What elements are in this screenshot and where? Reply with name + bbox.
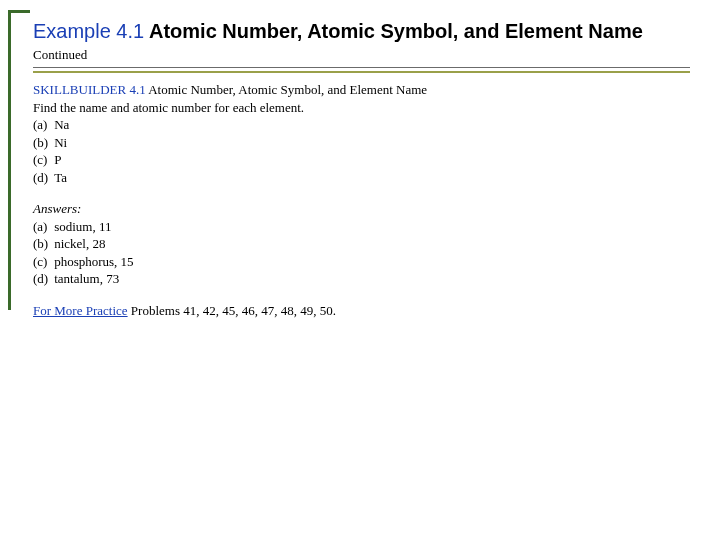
answers-section: Answers: (a) sodium, 11 (b) nickel, 28 (…: [33, 200, 690, 288]
example-label: Example 4.1: [33, 20, 144, 42]
item-letter: (a): [33, 116, 54, 134]
divider: [33, 67, 690, 73]
answers-list: (a) sodium, 11 (b) nickel, 28 (c) phosph…: [33, 218, 134, 288]
list-item: (c) P: [33, 151, 69, 169]
item-text: Na: [54, 116, 69, 134]
item-letter: (d): [33, 169, 54, 187]
item-text: tantalum, 73: [54, 270, 133, 288]
content-area: Example 4.1 Atomic Number, Atomic Symbol…: [33, 20, 690, 320]
skillbuilder-label: SKILLBUILDER 4.1: [33, 82, 146, 97]
corner-decoration: [8, 10, 30, 310]
answers-label: Answers:: [33, 200, 690, 218]
item-text: P: [54, 151, 69, 169]
list-item: (d) Ta: [33, 169, 69, 187]
item-letter: (a): [33, 218, 54, 236]
list-item: (b) Ni: [33, 134, 69, 152]
continued-label: Continued: [33, 47, 690, 63]
list-item: (b) nickel, 28: [33, 235, 134, 253]
item-text: Ta: [54, 169, 69, 187]
item-text: nickel, 28: [54, 235, 133, 253]
list-item: (a) Na: [33, 116, 69, 134]
skillbuilder-rest: Atomic Number, Atomic Symbol, and Elemen…: [146, 82, 427, 97]
list-item: (c) phosphorus, 15: [33, 253, 134, 271]
item-text: sodium, 11: [54, 218, 133, 236]
divider-thick: [33, 71, 690, 73]
instruction-text: Find the name and atomic number for each…: [33, 99, 690, 117]
title-rest: Atomic Number, Atomic Symbol, and Elemen…: [144, 20, 643, 42]
item-letter: (c): [33, 151, 54, 169]
item-text: Ni: [54, 134, 69, 152]
body-text: SKILLBUILDER 4.1 Atomic Number, Atomic S…: [33, 81, 690, 320]
more-practice-line: For More Practice Problems 41, 42, 45, 4…: [33, 302, 690, 320]
slide: { "title": { "example_label": "Example 4…: [0, 0, 720, 540]
item-letter: (b): [33, 235, 54, 253]
list-item: (a) sodium, 11: [33, 218, 134, 236]
divider-thin: [33, 67, 690, 68]
slide-title: Example 4.1 Atomic Number, Atomic Symbol…: [33, 20, 690, 43]
item-letter: (b): [33, 134, 54, 152]
item-letter: (c): [33, 253, 54, 271]
list-item: (d) tantalum, 73: [33, 270, 134, 288]
skillbuilder-line: SKILLBUILDER 4.1 Atomic Number, Atomic S…: [33, 81, 690, 99]
item-text: phosphorus, 15: [54, 253, 133, 271]
question-list: (a) Na (b) Ni (c) P (d) Ta: [33, 116, 69, 186]
more-practice-rest: Problems 41, 42, 45, 46, 47, 48, 49, 50.: [128, 303, 336, 318]
more-practice-label: For More Practice: [33, 303, 128, 318]
item-letter: (d): [33, 270, 54, 288]
